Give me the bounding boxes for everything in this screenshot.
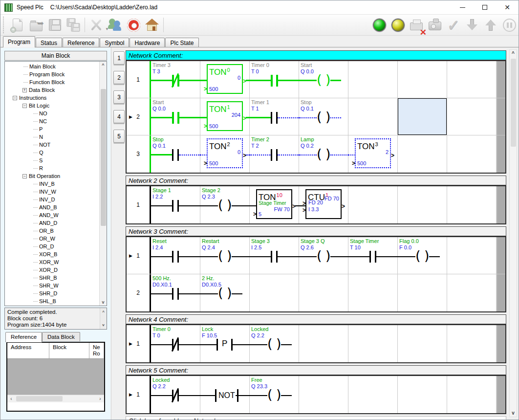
ladder-cell-empty[interactable]	[447, 376, 497, 413]
column-header-block[interactable]: Block	[49, 343, 89, 358]
tree-item-xor-w[interactable]: XOR_W	[5, 258, 107, 266]
ladder-cell-empty[interactable]	[447, 135, 497, 173]
ladder-cell-box[interactable]: TON1204>500>	[200, 98, 250, 135]
tree-scroll-thumb[interactable]	[101, 89, 106, 226]
compile-scroll-down-icon[interactable]: v	[100, 322, 107, 328]
ladder-cell-nc[interactable]: Timer 3T 3	[151, 61, 200, 98]
collapse-icon[interactable]: −	[22, 174, 27, 178]
ladder-cell-empty[interactable]	[299, 274, 348, 311]
ladder-cell-empty[interactable]	[299, 325, 348, 362]
collapse-icon[interactable]: −	[13, 96, 17, 100]
ladder-scroll-down-icon[interactable]: v	[510, 410, 517, 416]
toolbar-grip[interactable]	[3, 17, 5, 33]
reference-hscrollbar[interactable]: ‹ ›	[7, 395, 104, 402]
ladder-cell-box[interactable]: TON00>500>	[200, 61, 250, 98]
column-header-ne-ro[interactable]: Ne Ro	[89, 343, 104, 358]
rung-number-cell[interactable]: 2	[127, 274, 151, 311]
network-nav-button-2[interactable]: 2	[113, 71, 125, 84]
ladder-cell-empty[interactable]	[398, 274, 447, 311]
selected-cell[interactable]	[398, 98, 447, 135]
network-comment-bar[interactable]: Network 2 Comment:	[126, 176, 506, 185]
ladder-cell-not[interactable]: NOT	[200, 376, 250, 413]
ladder-cell-empty[interactable]	[398, 135, 447, 173]
tree-item-bit-logic[interactable]: −Bit Logic	[5, 102, 107, 110]
tree-item-program-block[interactable]: Program Block	[5, 70, 107, 78]
ladder-cell-no[interactable]: 500 Hz.D0.X0.1	[151, 274, 200, 311]
ladder-cell-empty[interactable]	[398, 325, 447, 362]
ladder-cell-no[interactable]: Stage 3I 2.5	[250, 237, 299, 274]
ladder-cell-empty[interactable]	[348, 61, 398, 98]
minimize-button[interactable]	[451, 0, 474, 14]
ladder-cell-p[interactable]: LockF 10.5P	[200, 325, 250, 362]
tree-item-instructions[interactable]: −Instructions	[5, 94, 107, 102]
ladder-cell-empty[interactable]	[398, 98, 447, 135]
tree-item-s[interactable]: S	[5, 156, 107, 164]
column-header-address[interactable]: Address	[7, 343, 49, 358]
save-all-button[interactable]	[64, 16, 83, 34]
ladder-cell-no[interactable]: ResetI 2.4	[151, 237, 200, 274]
verify-button[interactable]: ✓	[444, 16, 463, 34]
ladder-cell-coil[interactable]: StopQ 0.1()	[299, 98, 348, 135]
rung-number-cell[interactable]: 1	[127, 61, 151, 98]
upload-button[interactable]	[481, 16, 500, 34]
network-comment-bar[interactable]: Network 5 Comment:	[126, 365, 506, 375]
ladder-cell-empty[interactable]	[348, 186, 398, 223]
ton-block[interactable]: TON20>500>	[207, 138, 243, 168]
printer-delete-button[interactable]: ✕	[407, 16, 426, 34]
tab-reference[interactable]: Reference	[5, 332, 42, 342]
tab-data-block[interactable]: Data Block	[42, 332, 80, 341]
ladder-cell-empty[interactable]	[447, 61, 497, 98]
tree-item-shr-b[interactable]: SHR_B	[5, 274, 107, 282]
rung-number-cell[interactable]: ▶1	[127, 237, 151, 274]
ladder-cell-no[interactable]: Stage 1I 2.2	[151, 186, 200, 223]
rung-number-cell[interactable]: 3	[127, 135, 151, 173]
ladder-cell-box[interactable]: TON20>500>	[200, 135, 250, 173]
hscroll-right-icon[interactable]: ›	[96, 395, 104, 402]
ladder-cell-empty[interactable]	[447, 186, 497, 223]
ladder-cell-empty[interactable]	[348, 98, 398, 135]
ladder-cell-empty[interactable]	[348, 274, 398, 311]
ladder-cell-empty[interactable]	[398, 61, 447, 98]
ladder-cell-coil[interactable]: FreeQ 23.3()	[250, 376, 299, 413]
ton-block[interactable]: TON10Stage TimerFW 70>5>	[256, 189, 292, 219]
ton-block[interactable]: TON1204>500>	[207, 101, 243, 131]
hscroll-thumb[interactable]	[16, 396, 63, 401]
compile-scroll-up-icon[interactable]: ^	[100, 309, 107, 315]
ladder-cell-coil[interactable]: Stage 3 QQ 2.6()	[299, 237, 348, 274]
ladder-cell-empty[interactable]	[447, 98, 497, 135]
ladder-cell-no[interactable]: Timer 1T 1	[250, 98, 299, 135]
tree-item-inv-b[interactable]: INV_B	[5, 180, 107, 188]
run-led-button[interactable]	[370, 16, 389, 34]
tree-item-xor-b[interactable]: XOR_B	[5, 250, 107, 258]
ladder-cell-empty[interactable]	[348, 325, 398, 362]
ladder-cell-no[interactable]: Stage TimerT 10	[348, 237, 398, 274]
block-header[interactable]: Main Block	[4, 51, 107, 61]
tree-scroll-up-icon[interactable]: ^	[100, 62, 107, 68]
tab-symbol[interactable]: Symbol	[100, 38, 129, 47]
ladder-cell-empty[interactable]	[299, 376, 348, 413]
tree-item-shl-b[interactable]: SHL_B	[5, 297, 107, 305]
save-button[interactable]	[45, 16, 64, 34]
tools-button[interactable]: ▼	[87, 16, 106, 34]
tree-item-and-w[interactable]: AND_W	[5, 211, 107, 219]
tree-item-and-b[interactable]: AND_B	[5, 203, 107, 211]
expand-icon[interactable]: +	[22, 88, 27, 92]
ladder-cell-no[interactable]: Timer 2T 2	[250, 135, 299, 173]
ladder-cell-box[interactable]: CTU1FD 70>FD 20>I 3.3>	[299, 186, 348, 223]
home-button[interactable]	[143, 16, 161, 34]
new-file-button[interactable]: +	[8, 16, 27, 34]
ladder-cell-no[interactable]: StartQ 0.0	[151, 98, 200, 135]
tree-item-shr-d[interactable]: SHR_D	[5, 289, 107, 297]
close-button[interactable]: ✕	[496, 0, 519, 14]
ladder-cell-coil[interactable]: Flag 0.0F 0.0()	[398, 237, 447, 274]
tree-item-bit-operation[interactable]: −Bit Operation	[5, 172, 107, 180]
tree-item-or-d[interactable]: OR_D	[5, 243, 107, 250]
tree-item-inv-w[interactable]: INV_W	[5, 188, 107, 196]
reference-table-body[interactable]	[7, 359, 104, 395]
tree-item-main-block[interactable]: Main Block	[5, 63, 107, 70]
tree-scrollbar[interactable]: ^ v	[99, 62, 107, 306]
ctu-block[interactable]: CTU1FD 70>FD 20>I 3.3>	[305, 189, 342, 219]
ladder-cell-empty[interactable]	[447, 237, 497, 274]
tree-item-or-b[interactable]: OR_B	[5, 227, 107, 235]
ladder-cell-empty[interactable]	[398, 376, 447, 413]
